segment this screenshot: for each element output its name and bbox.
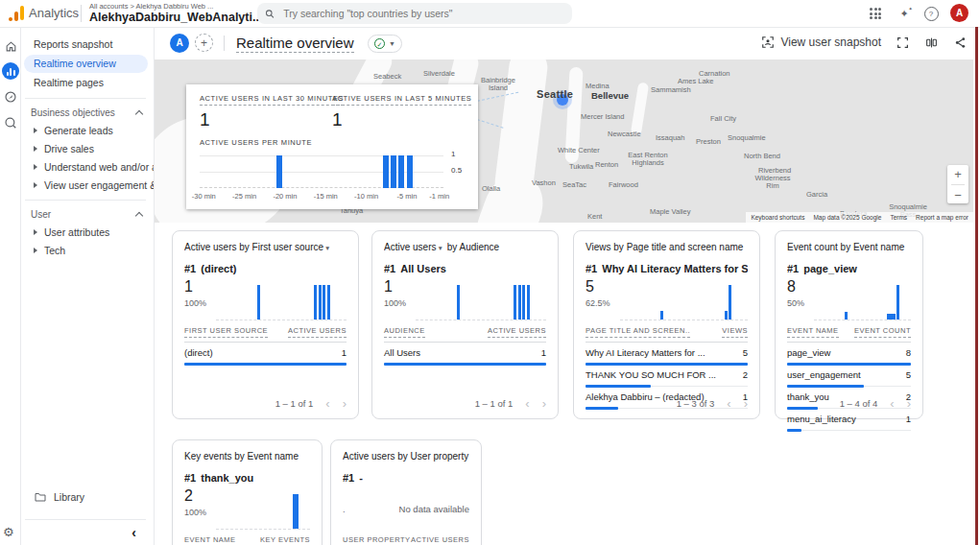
explore-icon[interactable] (2, 88, 19, 106)
card-title-link[interactable]: Active users▼ by User property▼ (343, 451, 469, 462)
chevron-up-icon (135, 211, 143, 219)
card-title-link[interactable]: Active users▼ by First user source▼ (184, 242, 347, 252)
search-bar[interactable] (257, 3, 572, 24)
column-header-metric[interactable]: EVENT COUNT (854, 326, 911, 338)
column-header-dimension[interactable]: FIRST USER SOURCE (184, 326, 268, 338)
map-label-preston: Preston (696, 137, 721, 146)
x-tick: -15 min (314, 192, 338, 201)
minute-bar (407, 155, 413, 188)
data-quality-badge[interactable]: ✓ ▼ (368, 35, 402, 53)
map-label-kent: Kent (587, 212, 602, 221)
column-header-dimension[interactable]: EVENT NAME (787, 326, 839, 338)
advertising-icon[interactable] (2, 114, 19, 131)
comparison-avatar[interactable]: A (170, 34, 189, 53)
zoom-in-button[interactable]: + (954, 167, 962, 181)
sidebar-item-tech[interactable]: Tech (21, 241, 154, 259)
realtime-map[interactable]: SeabeckSilverdaleTracytonBremertonPort O… (155, 59, 973, 223)
zoom-out-button[interactable]: − (954, 188, 962, 202)
card-title-link[interactable]: Views▼ by Page title and screen name▼ (586, 242, 748, 252)
active-users-5min-label[interactable]: ACTIVE USERS IN LAST 5 MINUTES (332, 94, 471, 106)
compare-reports-icon[interactable] (923, 35, 939, 50)
pagination-range: 1 – 4 of 4 (840, 398, 878, 409)
map-label-issaquah: Issaquah (656, 133, 684, 142)
fullscreen-icon[interactable] (895, 35, 910, 50)
column-header-metric[interactable]: KEY EVENTS (260, 535, 310, 545)
column-header-dimension[interactable]: AUDIENCE (384, 326, 425, 338)
map-label-ames-lake: Ames Lake (678, 77, 714, 85)
next-page-icon[interactable]: › (907, 399, 911, 409)
column-header-dimension[interactable]: PAGE TITLE AND SCREEN.. (586, 326, 690, 338)
chevron-down-icon: ▼ (389, 40, 395, 47)
sidebar-item-realtime-pages[interactable]: Realtime pages (24, 74, 148, 92)
view-user-snapshot-button[interactable]: View user snapshot (761, 36, 881, 49)
sparkline (620, 281, 748, 320)
sparkline (216, 281, 347, 320)
collapse-sidenav-button[interactable]: ‹ (21, 520, 154, 545)
admin-gear-icon[interactable]: ⚙ (3, 525, 14, 539)
cards-area: Active users▼ by First user source▼ #1(d… (155, 223, 980, 545)
home-icon[interactable] (2, 37, 19, 55)
prev-page-icon[interactable]: ‹ (890, 399, 894, 409)
map-label-medina: Medina (586, 82, 610, 90)
sidebar-item-reports-snapshot[interactable]: Reports snapshot (24, 36, 148, 54)
help-icon[interactable]: ? (922, 5, 940, 22)
share-icon[interactable] (952, 35, 968, 50)
prev-page-icon[interactable]: ‹ (325, 399, 329, 409)
next-page-icon[interactable]: › (542, 399, 546, 409)
map-label-fall-city: Fall City (710, 114, 736, 123)
sidebar-item-drive-sales[interactable]: Drive sales (21, 139, 154, 157)
next-page-icon[interactable]: › (343, 399, 347, 409)
pagination-range: 1 – 1 of 1 (475, 398, 514, 409)
column-header-metric[interactable]: VIEWS (722, 326, 748, 338)
search-icon (265, 9, 275, 19)
sidenav-list: Reports snapshotRealtime overviewRealtim… (21, 27, 154, 259)
column-header-dimension[interactable]: USER PROPERTY (343, 535, 411, 545)
nav-rail: ⚙ (0, 27, 21, 545)
minute-bar (383, 155, 389, 188)
column-header-metric[interactable]: ACTIVE USERS (411, 535, 469, 545)
sidebar-section-business-objectives[interactable]: Business objectives (21, 104, 154, 121)
library-folder-icon (35, 492, 46, 502)
table-row: THANK YOU SO MUCH FOR ...2 (586, 365, 748, 387)
card-title-link[interactable]: Key events▼ by Event name▼ (184, 451, 310, 462)
column-header-metric[interactable]: ACTIVE USERS (488, 326, 546, 338)
table-header: EVENT NAME EVENT COUNT (787, 326, 911, 343)
expand-arrow-icon (34, 128, 37, 133)
sidebar-item-generate-leads[interactable]: Generate leads (21, 121, 154, 139)
map-label-olalla: Olalla (482, 184, 500, 193)
sidebar-item-realtime-overview[interactable]: Realtime overview (24, 55, 148, 73)
sidebar-item-understand-web-and-or-app[interactable]: Understand web and/or app ... (21, 157, 154, 176)
gemini-sparkle-icon[interactable]: ✦ (896, 5, 913, 22)
active-users-30min-label[interactable]: ACTIVE USERS IN LAST 30 MINUTES (200, 94, 344, 106)
add-comparison-button[interactable]: + (195, 34, 213, 52)
divider (25, 200, 146, 201)
divider (224, 36, 225, 51)
map-attribution-map-data-2025-google: Map data ©2025 Google (813, 214, 881, 221)
user-avatar[interactable]: A (950, 4, 968, 22)
next-page-icon[interactable]: › (744, 399, 748, 409)
map-attribution-terms[interactable]: Terms (890, 214, 907, 221)
prev-page-icon[interactable]: ‹ (525, 399, 529, 409)
card-title-link[interactable]: Event count▼ by Event name▼ (787, 242, 911, 252)
expand-arrow-icon (34, 229, 37, 235)
apps-grid-icon[interactable] (867, 5, 884, 22)
card-title-link[interactable]: Active users▼ by Audience▼ (384, 242, 546, 252)
account-property-switcher[interactable]: All accounts > Alekhya Dabbiru Web ... A… (89, 2, 273, 24)
sidebar-item-library[interactable]: Library (21, 486, 154, 508)
scrollbar[interactable] (975, 27, 978, 545)
pagination: 1 – 1 of 1 ‹ › (475, 398, 546, 409)
map-label-silverdale: Silverdale (423, 69, 455, 78)
column-header-dimension[interactable]: EVENT NAME (184, 535, 236, 545)
search-input[interactable] (281, 7, 564, 20)
sidebar-item-user-attributes[interactable]: User attributes (21, 223, 154, 241)
card-active-users-by-user-property: Active users▼ by User property▼ #1- .No … (330, 439, 482, 545)
analytics-logo-icon[interactable] (9, 6, 24, 21)
pagination: 1 – 3 of 3 ‹ › (677, 398, 748, 409)
map-attribution-report-a-map-error[interactable]: Report a map error (916, 214, 968, 221)
column-header-metric[interactable]: ACTIVE USERS (288, 326, 347, 338)
sidebar-section-user[interactable]: User (21, 205, 154, 223)
reports-icon[interactable] (2, 62, 19, 80)
sidebar-item-view-user-engagement-ret[interactable]: View user engagement & ret... (21, 176, 154, 194)
map-attribution-keyboard-shortcuts[interactable]: Keyboard shortcuts (751, 214, 804, 221)
prev-page-icon[interactable]: ‹ (727, 399, 730, 409)
